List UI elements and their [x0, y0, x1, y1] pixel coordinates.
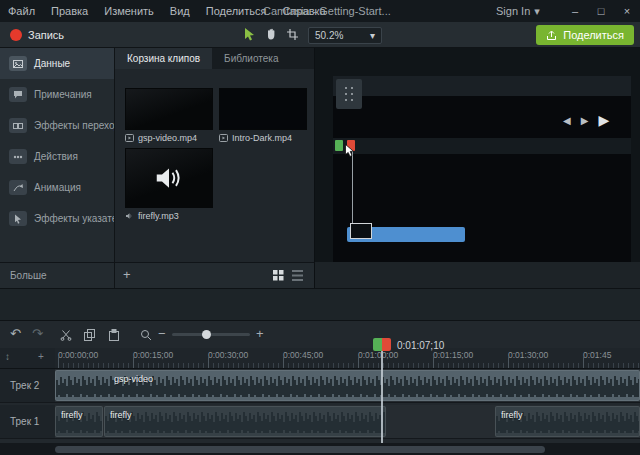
pan-hand-tool[interactable]	[266, 28, 277, 42]
sign-in-button[interactable]: Sign In ▾	[496, 0, 540, 22]
video-content-playhead-line	[352, 151, 353, 231]
edit-arrow-tool[interactable]	[244, 28, 256, 43]
track2-lane[interactable]: gsp-video	[55, 369, 640, 403]
record-icon[interactable]	[10, 29, 22, 41]
sidebar-item-annotations[interactable]: Примечания	[0, 79, 114, 110]
video-thumbnail	[219, 88, 307, 130]
video-content-topbar	[333, 76, 631, 96]
video-content-timeline-band	[333, 138, 631, 154]
video-file-icon	[219, 134, 228, 142]
titlebar: Файл Правка Изменить Вид Поделиться Спра…	[0, 0, 640, 22]
tab-clip-bin[interactable]: Корзина клипов	[115, 48, 212, 69]
sidebar-item-label: Анимация	[34, 182, 81, 193]
more-label: Больше	[10, 270, 47, 281]
clip-label: firefly	[61, 410, 83, 420]
camtasia-app: { "window": { "title": "Camtasia - Getti…	[0, 0, 640, 455]
track-name: Трек 1	[10, 416, 39, 427]
timeline: ↶ ↷ − + 0:01:07;10 ↕ + 0:00:00;00 0:00:1…	[0, 320, 640, 455]
close-button[interactable]: ×	[614, 0, 640, 22]
preview-canvas[interactable]: ◀ ▶ ▶	[333, 76, 631, 262]
audio-thumbnail	[125, 148, 213, 208]
share-button[interactable]: Поделиться	[536, 25, 634, 45]
sidebar-item-label: Примечания	[34, 89, 92, 100]
media-item-name: firefly.mp3	[138, 211, 179, 221]
media-item-gsp-video[interactable]: gsp-video.mp4	[125, 88, 213, 143]
trim-in-handle[interactable]	[373, 338, 382, 351]
clip-firefly-1[interactable]: firefly	[55, 406, 103, 437]
media-item-name: Intro-Dark.mp4	[232, 133, 292, 143]
video-content-toolbox	[336, 79, 362, 109]
undo-button[interactable]: ↶	[10, 327, 21, 341]
sidebar-item-label: Эффекты переходов	[34, 120, 114, 131]
redo-button[interactable]: ↷	[32, 327, 43, 341]
minimize-button[interactable]: –	[562, 0, 588, 22]
behaviors-icon	[9, 149, 27, 164]
cut-button[interactable]	[60, 329, 72, 343]
media-item-name: gsp-video.mp4	[138, 133, 197, 143]
share-icon	[546, 30, 557, 41]
media-icon	[9, 56, 27, 71]
window-title: Camtasia - Getting-Start...	[263, 0, 391, 22]
tab-library[interactable]: Библиотека	[212, 48, 290, 69]
menu-edit[interactable]: Правка	[43, 0, 96, 22]
track1-lane[interactable]: firefly firefly firefly	[55, 405, 640, 439]
crop-tool[interactable]	[287, 29, 298, 42]
timeline-scrollbar-thumb[interactable]	[55, 446, 545, 453]
sidebar-item-behaviors[interactable]: Действия	[0, 141, 114, 172]
tri-right-icon: ▶	[581, 115, 589, 126]
paste-button[interactable]	[108, 329, 120, 343]
menu-view[interactable]: Вид	[162, 0, 198, 22]
speaker-icon	[154, 164, 184, 192]
sidebar-item-label: Данные	[34, 58, 70, 69]
add-track-button[interactable]: +	[38, 351, 44, 362]
copy-button[interactable]	[84, 329, 96, 343]
sidebar-item-animations[interactable]: Анимация	[0, 172, 114, 203]
track1-header: Трек 1	[0, 405, 55, 439]
zoom-select[interactable]: 50.2% ▾	[308, 27, 382, 44]
sign-in-label: Sign In	[496, 0, 530, 22]
media-item-intro-dark[interactable]: Intro-Dark.mp4	[219, 88, 307, 143]
media-item-firefly[interactable]: firefly.mp3	[125, 148, 213, 221]
clip-firefly-3[interactable]: firefly	[495, 406, 640, 437]
clip-gsp-video[interactable]: gsp-video	[55, 370, 640, 401]
clip-firefly-2[interactable]: firefly	[104, 406, 386, 437]
record-button[interactable]: Запись	[28, 22, 64, 48]
maximize-button[interactable]: □	[588, 0, 614, 22]
track-resize-icon[interactable]: ↕	[5, 351, 10, 362]
sidebar-item-label: Эффекты указателя	[34, 213, 114, 224]
timeline-zoom-slider-track[interactable]	[172, 333, 250, 336]
timeline-zoom-in-button[interactable]: +	[256, 327, 264, 341]
grid-view-button[interactable]	[273, 270, 284, 283]
playback-controls: ‹ › ⚙ Свойства	[0, 288, 640, 320]
share-label: Поделиться	[563, 29, 624, 41]
clip-label: gsp-video	[114, 374, 153, 384]
zoom-value: 50.2%	[315, 30, 343, 41]
playhead-marker[interactable]	[373, 338, 391, 351]
list-view-button[interactable]	[292, 270, 303, 283]
sidebar-item-cursor-effects[interactable]: Эффекты указателя	[0, 203, 114, 234]
add-media-button[interactable]: +	[123, 267, 131, 282]
tools-sidebar: Данные Примечания Эффекты переходов Дейс…	[0, 48, 115, 262]
annotation-icon	[9, 87, 27, 102]
timeline-scrollbar[interactable]	[0, 443, 640, 455]
trim-out-handle[interactable]	[382, 338, 391, 351]
tri-left-icon: ◀	[563, 115, 571, 126]
menu-file[interactable]: Файл	[0, 0, 43, 22]
time-ruler[interactable]: 0:00:00;00 0:00:15;00 0:00:30;00 0:00:45…	[55, 348, 640, 369]
track-name: Трек 2	[10, 380, 39, 391]
play-icon: ▶	[598, 112, 609, 128]
chevron-down-icon: ▾	[370, 30, 375, 41]
playhead-line[interactable]	[381, 350, 383, 443]
timeline-zoom-out-button[interactable]: −	[158, 327, 166, 341]
video-content-thumbnail	[350, 223, 372, 239]
menu-modify[interactable]: Изменить	[96, 0, 162, 22]
chevron-down-icon: ▾	[534, 0, 540, 22]
sidebar-more-button[interactable]: Больше	[0, 262, 115, 288]
timeline-zoom-icon	[140, 329, 152, 343]
video-content-trim-in-handle	[335, 140, 343, 151]
sidebar-item-media[interactable]: Данные	[0, 48, 114, 79]
timeline-zoom-slider-handle[interactable]	[202, 330, 211, 339]
sidebar-item-label: Действия	[34, 151, 78, 162]
clip-label: firefly	[501, 410, 523, 420]
sidebar-item-transitions[interactable]: Эффекты переходов	[0, 110, 114, 141]
